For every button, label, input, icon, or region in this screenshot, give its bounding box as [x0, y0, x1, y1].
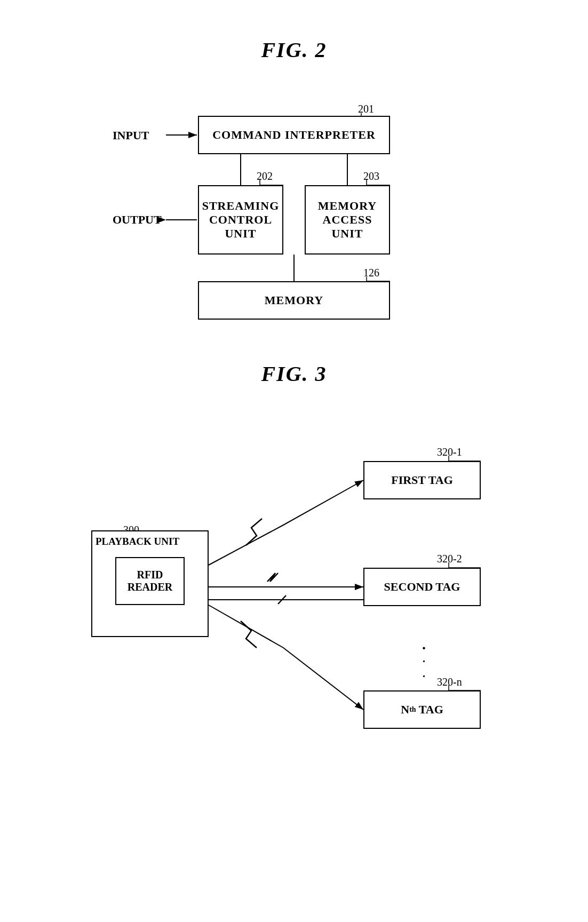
fig2-diagram: 201 202 203 126 — [113, 84, 475, 329]
fig2-section: FIG. 2 — [32, 37, 556, 329]
fig3-title: FIG. 3 — [261, 361, 327, 386]
second-tag-box: SECOND TAG — [363, 568, 481, 606]
fig2-title: FIG. 2 — [261, 37, 327, 62]
command-interpreter-box: COMMAND INTERPRETER — [198, 116, 390, 154]
memory-access-unit-box: MEMORYACCESSUNIT — [305, 185, 390, 255]
ref-320-1: 320-1 — [437, 446, 462, 458]
streaming-control-unit-box: STREAMINGCONTROLUNIT — [198, 185, 283, 255]
memory-box: MEMORY — [198, 281, 390, 320]
ref-202: 202 — [257, 170, 273, 182]
ref-126: 126 — [363, 267, 379, 279]
fig3-section: FIG. 3 — [32, 361, 556, 792]
ref-201: 201 — [358, 103, 374, 115]
input-label: INPUT — [113, 129, 149, 142]
first-tag-box: FIRST TAG — [363, 461, 481, 499]
ref-320-2: 320-2 — [437, 553, 462, 565]
fig3-diagram: 300 310 320-1 320-2 — [81, 408, 507, 792]
ref-203: 203 — [363, 170, 379, 182]
output-label: OUTPUT — [113, 213, 162, 227]
dots-separator-3: · — [422, 668, 426, 685]
ref-320-n: 320-n — [437, 676, 462, 688]
nth-tag-box: Nth TAG — [363, 690, 481, 729]
page: FIG. 2 — [0, 0, 588, 922]
rfid-reader-box: RFIDREADER — [115, 557, 185, 605]
playback-unit-label: PLAYBACK UNIT — [96, 536, 179, 547]
